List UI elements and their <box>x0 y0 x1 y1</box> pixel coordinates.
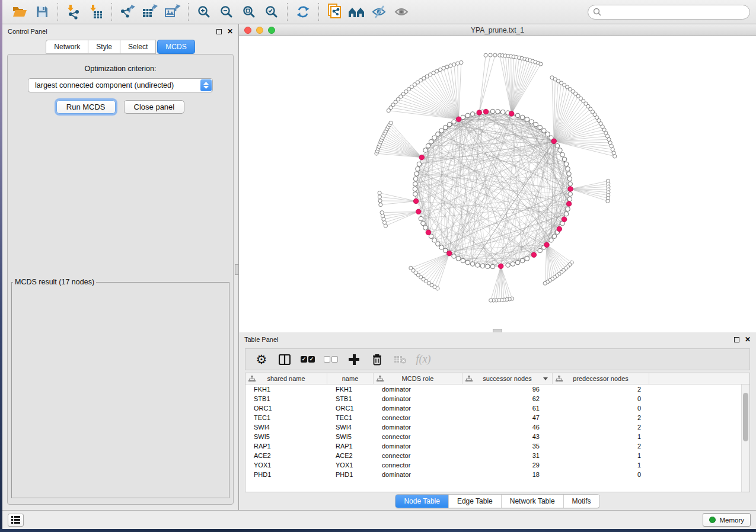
table-divider-handle[interactable] <box>493 329 502 332</box>
table-cell: 2 <box>553 443 649 450</box>
export-table-icon[interactable] <box>139 2 161 22</box>
table-cell: FKH1 <box>327 386 374 393</box>
optimization-criterion-value: largest connected component (undirected) <box>28 81 174 89</box>
column-header-filler <box>649 373 749 384</box>
table-cell: PHD1 <box>327 471 374 478</box>
task-history-button[interactable] <box>8 514 24 527</box>
import-network-icon[interactable] <box>62 2 85 22</box>
status-bar: Memory <box>2 510 756 529</box>
table-cell: 1 <box>553 452 649 459</box>
column-header-successor-nodes[interactable]: successor nodes <box>462 373 553 384</box>
open-file-icon[interactable] <box>8 2 31 22</box>
table-cell: 29 <box>462 462 553 469</box>
table-row[interactable]: STB1STB1dominator620 <box>245 394 749 403</box>
tab-network-table[interactable]: Network Table <box>501 495 563 508</box>
network-canvas[interactable] <box>239 36 756 332</box>
network-window-title: YPA_prune.txt_1 <box>471 26 524 34</box>
table-cell: 0 <box>553 395 649 402</box>
run-mcds-button[interactable]: Run MCDS <box>56 100 116 114</box>
table-row[interactable]: SWI4SWI4dominator462 <box>245 422 749 432</box>
search-input[interactable] <box>588 5 750 20</box>
close-panel-icon[interactable]: ✕ <box>745 336 751 343</box>
table-cell: dominator <box>374 395 462 402</box>
list-icon <box>11 516 20 524</box>
toolbar-separator <box>188 3 189 21</box>
table-scrollbar[interactable] <box>741 384 749 492</box>
column-header-name[interactable]: name <box>327 373 374 384</box>
add-column-icon[interactable] <box>345 351 363 368</box>
float-panel-icon[interactable] <box>734 337 739 342</box>
table-row[interactable]: ACE2ACE2connector311 <box>245 451 749 460</box>
delete-column-icon[interactable] <box>368 351 386 368</box>
table-cell: 1 <box>553 462 649 469</box>
close-window-icon[interactable] <box>244 27 251 34</box>
tab-node-table[interactable]: Node Table <box>395 495 448 508</box>
new-network-from-selection-icon[interactable] <box>323 2 346 22</box>
table-cell: connector <box>374 452 462 459</box>
table-cell: PHD1 <box>245 471 327 478</box>
column-header-shared-name[interactable]: shared name <box>245 373 327 384</box>
memory-button[interactable]: Memory <box>703 513 751 527</box>
search-icon <box>593 8 602 17</box>
table-cell: connector <box>374 462 462 469</box>
toolbar-separator <box>111 3 112 21</box>
tab-edge-table[interactable]: Edge Table <box>448 495 501 508</box>
close-panel-icon[interactable]: ✕ <box>227 28 233 35</box>
column-header-mcds-role[interactable]: MCDS role <box>374 373 462 384</box>
first-neighbors-icon[interactable] <box>346 2 368 22</box>
tab-motifs[interactable]: Motifs <box>563 495 599 508</box>
refresh-icon[interactable] <box>292 2 314 22</box>
table-cell: 2 <box>553 414 649 421</box>
table-row[interactable]: PHD1PHD1dominator180 <box>245 470 749 479</box>
tab-mcds[interactable]: MCDS <box>157 40 194 54</box>
import-table-icon[interactable] <box>85 2 107 22</box>
tab-network[interactable]: Network <box>46 40 88 54</box>
close-panel-button[interactable]: Close panel <box>124 100 185 114</box>
hide-selected-icon[interactable] <box>368 2 391 22</box>
table-row[interactable]: ORC1ORC1dominator610 <box>245 403 749 413</box>
zoom-in-icon[interactable] <box>193 2 215 22</box>
maximize-window-icon[interactable] <box>268 27 275 34</box>
zoom-fit-icon[interactable] <box>238 2 260 22</box>
table-row[interactable]: SWI5SWI5connector431 <box>245 432 749 441</box>
table-cell: 31 <box>462 452 553 459</box>
show-all-icon[interactable] <box>391 2 413 22</box>
table-cell: SWI4 <box>245 424 327 431</box>
show-columns-icon[interactable] <box>276 351 294 368</box>
zoom-selected-icon[interactable] <box>260 2 283 22</box>
table-cell: 18 <box>462 471 553 478</box>
table-cell: connector <box>374 433 462 440</box>
table-row[interactable]: YOX1YOX1connector291 <box>245 460 749 470</box>
tab-select[interactable]: Select <box>120 40 156 54</box>
sort-descending-icon <box>543 377 548 380</box>
panel-divider-handle[interactable] <box>235 264 238 275</box>
control-panel-title: Control Panel <box>8 28 47 35</box>
delete-table-icon-disabled <box>391 351 409 368</box>
table-row[interactable]: FKH1FKH1dominator962 <box>245 384 749 394</box>
table-cell: 2 <box>553 386 649 393</box>
tab-style[interactable]: Style <box>88 40 120 54</box>
deselect-all-rows-icon[interactable] <box>322 351 340 368</box>
minimize-window-icon[interactable] <box>256 27 263 34</box>
table-row[interactable]: TEC1TEC1connector472 <box>245 413 749 422</box>
export-network-icon[interactable] <box>116 2 139 22</box>
table-cell: 43 <box>462 433 553 440</box>
table-row[interactable]: RAP1RAP1dominator352 <box>245 441 749 451</box>
table-cell: dominator <box>374 386 462 393</box>
table-cell: 96 <box>462 386 553 393</box>
select-all-rows-icon[interactable]: ✓✓ <box>299 351 317 368</box>
memory-label: Memory <box>719 517 744 524</box>
optimization-criterion-select[interactable]: largest connected component (undirected) <box>28 78 213 92</box>
table-cell: STB1 <box>327 395 374 402</box>
float-panel-icon[interactable] <box>216 29 222 34</box>
table-cell: 61 <box>462 405 553 412</box>
table-cell: RAP1 <box>327 443 374 450</box>
zoom-out-icon[interactable] <box>215 2 238 22</box>
table-settings-gear-icon[interactable]: ⚙ <box>253 351 270 368</box>
table-scrollbar-thumb[interactable] <box>743 393 748 441</box>
network-view-window: YPA_prune.txt_1 <box>239 24 756 332</box>
column-header-predecessor-nodes[interactable]: predecessor nodes <box>553 373 649 384</box>
save-session-icon[interactable] <box>31 2 53 22</box>
export-image-icon[interactable] <box>161 2 184 22</box>
table-cell: 0 <box>553 405 649 412</box>
